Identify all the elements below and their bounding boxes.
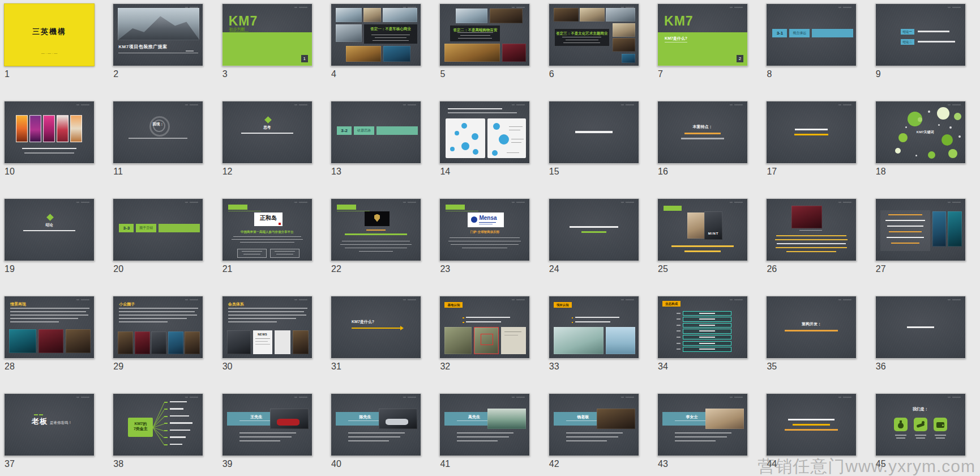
text-line bbox=[228, 314, 306, 316]
logo-mark bbox=[621, 299, 624, 300]
slide-thumbnail-8[interactable]: 3-1概念缘起 bbox=[766, 3, 857, 66]
slide-thumbnail-15[interactable] bbox=[549, 101, 639, 164]
slide-cell: 14 bbox=[439, 101, 548, 186]
logo-mark bbox=[626, 299, 634, 300]
slide-thumbnail-43[interactable]: 李女士 bbox=[657, 393, 748, 456]
slide-thumbnail-16[interactable]: 本案特点： bbox=[657, 101, 748, 164]
slide-thumbnail-34[interactable]: 业态构成 bbox=[657, 296, 748, 359]
slide-thumbnail-5[interactable]: 否定二：不是高端购物百货 bbox=[439, 3, 530, 66]
case-tag bbox=[228, 205, 247, 210]
slide-thumbnail-26[interactable] bbox=[766, 198, 857, 261]
slide-thumbnail-44[interactable] bbox=[766, 393, 857, 456]
slide-thumbnail-12[interactable]: 思考 bbox=[222, 101, 313, 164]
text-line bbox=[233, 236, 301, 237]
slide-cell: 否定三：不是文化艺术主题商业6 bbox=[549, 3, 657, 88]
slide-tag-label: 项目认知 bbox=[554, 303, 572, 307]
logo-mark bbox=[185, 104, 188, 105]
slide-subheading: 是谁你造吗！ bbox=[50, 420, 72, 426]
text-line bbox=[566, 40, 598, 41]
slide-thumbnail-22[interactable] bbox=[331, 198, 421, 261]
slide-thumbnail-4[interactable]: 否定一：不是车核心商业 bbox=[331, 3, 421, 66]
bubble-node bbox=[954, 113, 961, 120]
slide-thumbnail-6[interactable]: 否定三：不是文化艺术主题商业 bbox=[549, 3, 639, 66]
slide-thumbnail-30[interactable]: 会员体系NEWS bbox=[222, 296, 313, 359]
slide-cell: KM7的 7类金主38 bbox=[113, 393, 221, 476]
slide-thumbnail-31[interactable]: KM7是什么? bbox=[331, 296, 421, 359]
photo-placeholder bbox=[135, 332, 150, 354]
slide-thumbnail-28[interactable]: 情景再现 bbox=[4, 296, 95, 359]
bullet-dot bbox=[463, 322, 464, 324]
text-line bbox=[895, 435, 906, 436]
slide-cell: 情景再现28 bbox=[4, 296, 113, 381]
slide-cell: 26 bbox=[766, 198, 875, 283]
slide-thumbnail-35[interactable]: 重构开发： bbox=[766, 296, 857, 359]
slide-thumbnail-29[interactable]: 小众圈子 bbox=[113, 296, 203, 359]
slide-thumbnail-19[interactable]: 结论 bbox=[4, 198, 95, 261]
logo-mark bbox=[185, 299, 188, 300]
slide-thumbnail-10[interactable] bbox=[4, 101, 95, 164]
bubble-node bbox=[461, 123, 467, 129]
slide-thumbnail-41[interactable]: 高先生 bbox=[439, 393, 530, 456]
slide-number: 32 bbox=[440, 362, 450, 372]
slide-thumbnail-14[interactable] bbox=[439, 101, 530, 164]
slide-thumbnail-20[interactable]: 3-3圈子营销 bbox=[113, 198, 203, 261]
slide-thumbnail-21[interactable]: 正和岛中国商界第一高端人脉与价值分享平台 bbox=[222, 198, 313, 261]
slide-thumbnail-9[interactable]: 结论一结论二 bbox=[875, 3, 966, 66]
slide-thumbnail-42[interactable]: 钱老板 bbox=[549, 393, 639, 456]
slide-thumbnail-13[interactable]: 3-2破题思路 bbox=[331, 101, 421, 164]
slide-thumbnail-24[interactable] bbox=[549, 198, 639, 261]
bubble-dot bbox=[905, 126, 907, 128]
logo-mark bbox=[76, 397, 79, 398]
text-line bbox=[511, 139, 524, 140]
text-line bbox=[448, 241, 521, 242]
photo-placeholder bbox=[346, 46, 381, 62]
photo-placeholder bbox=[57, 115, 69, 142]
text-line bbox=[39, 414, 43, 415]
text-line bbox=[566, 440, 607, 442]
text-line bbox=[907, 326, 934, 328]
photo-placeholder bbox=[29, 115, 41, 142]
text-line bbox=[373, 40, 409, 41]
slide-thumbnail-2[interactable]: KM7项目包装推广提案 bbox=[113, 3, 203, 66]
slide-thumbnail-1[interactable]: 三英機構— · — · — bbox=[4, 3, 95, 66]
logo-mark bbox=[948, 7, 951, 8]
slide-thumbnail-27[interactable] bbox=[875, 198, 966, 261]
slide-thumbnail-25[interactable]: MINT bbox=[657, 198, 748, 261]
text-line bbox=[775, 239, 848, 241]
slide-thumbnail-37[interactable]: 老板是谁你造吗！ bbox=[4, 393, 95, 456]
text-line bbox=[885, 220, 925, 222]
text-line bbox=[891, 243, 919, 244]
slide-thumbnail-17[interactable] bbox=[766, 101, 857, 164]
slide-thumbnail-33[interactable]: 项目认知 bbox=[549, 296, 639, 359]
car-shape bbox=[277, 419, 299, 426]
article-heading: 情景再现 bbox=[10, 301, 26, 307]
slide-thumbnail-32[interactable]: 基地认知 bbox=[439, 296, 530, 359]
slide-thumbnail-18[interactable]: KM7关键词 bbox=[875, 101, 966, 164]
text-line bbox=[239, 420, 273, 422]
section-label: 概念缘起 bbox=[789, 29, 810, 37]
slide-thumbnail-23[interactable]: Mensa门萨·全球智商俱乐部 bbox=[439, 198, 530, 261]
logo-mark bbox=[408, 299, 416, 300]
bubble-node bbox=[937, 107, 949, 120]
slide-thumbnail-3[interactable]: KM7初步判断1 bbox=[222, 3, 313, 66]
diamond-icon bbox=[46, 214, 54, 221]
slide-thumbnail-7[interactable]: KM7KM7是什么?2 bbox=[657, 3, 748, 66]
slide-thumbnail-36[interactable] bbox=[875, 296, 966, 359]
logo-mark bbox=[299, 299, 307, 300]
slide-thumbnail-40[interactable]: 陈先生 bbox=[331, 393, 421, 456]
slide-cell: 小众圈子29 bbox=[113, 296, 221, 381]
section-bar bbox=[812, 29, 853, 37]
text-line bbox=[186, 50, 194, 52]
slide-thumbnail-45[interactable]: 我们是： bbox=[875, 393, 966, 456]
fan-dash bbox=[164, 437, 168, 438]
photo-placeholder bbox=[168, 332, 183, 354]
text-line bbox=[479, 224, 493, 224]
logo-mark bbox=[516, 104, 525, 105]
slide-thumbnail-39[interactable]: 王先生 bbox=[222, 393, 313, 456]
slide-title: 否定三：不是文化艺术主题商业 bbox=[555, 31, 609, 36]
text-line bbox=[699, 313, 715, 314]
slide-thumbnail-38[interactable]: KM7的 7类金主 bbox=[113, 393, 203, 456]
text-line bbox=[566, 420, 600, 422]
slide-thumbnail-11[interactable]: 困境： bbox=[113, 101, 203, 164]
case-tag bbox=[664, 206, 682, 211]
